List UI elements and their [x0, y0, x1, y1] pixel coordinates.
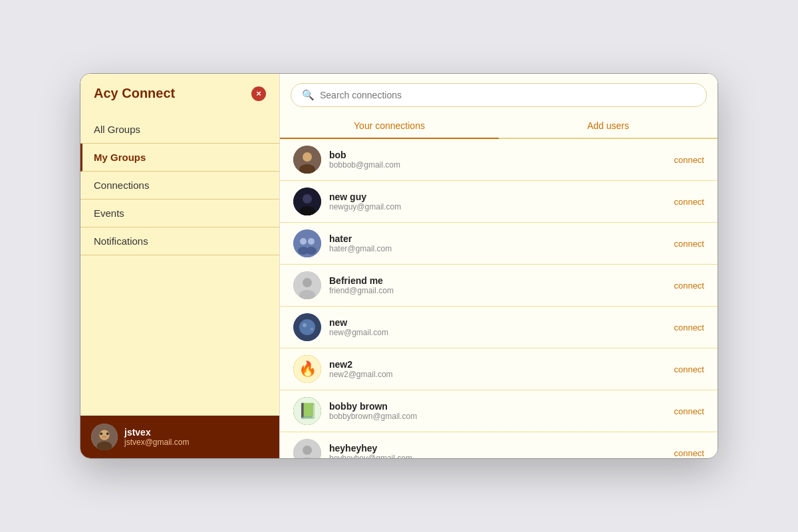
- user-email: jstvex@gmail.com: [124, 438, 190, 447]
- connection-row: Befriend mefriend@gmail.comconnect: [280, 265, 718, 307]
- connection-name: bob: [329, 150, 666, 160]
- main-content: 🔍 Your connections Add users bobbobbob@g…: [280, 74, 718, 458]
- app-title: Acy Connect: [94, 86, 175, 101]
- sidebar-item-all-groups[interactable]: All Groups: [80, 116, 279, 144]
- sidebar-footer: jstvex jstvex@gmail.com: [80, 416, 279, 458]
- connection-email: heyheyhey@gmail.com: [329, 454, 666, 458]
- connect-button[interactable]: connect: [674, 448, 704, 458]
- svg-point-16: [306, 247, 317, 255]
- connection-info: haterhater@gmail.com: [329, 233, 666, 253]
- connection-name: hater: [329, 233, 666, 244]
- connection-info: newnew@gmail.com: [329, 317, 666, 337]
- connection-name: new guy: [329, 192, 666, 202]
- svg-text:📗: 📗: [299, 402, 317, 420]
- svg-point-29: [303, 446, 312, 455]
- sidebar: Acy Connect × All Groups My Groups Conne…: [80, 74, 280, 458]
- connection-email: new@gmail.com: [329, 328, 666, 337]
- connection-avatar: [293, 229, 321, 257]
- close-button[interactable]: ×: [251, 86, 266, 101]
- user-info: jstvex jstvex@gmail.com: [124, 427, 190, 447]
- connection-name: bobby brown: [329, 401, 666, 412]
- svg-point-7: [303, 152, 312, 162]
- sidebar-item-events[interactable]: Events: [80, 200, 279, 227]
- connection-avatar: 🔥: [293, 355, 321, 383]
- connection-row: 📗bobby brownbobbybrown@gmail.comconnect: [280, 390, 718, 432]
- connection-info: new guynewguy@gmail.com: [329, 192, 666, 211]
- connection-row: bobbobbob@gmail.comconnect: [280, 139, 718, 181]
- user-name: jstvex: [124, 427, 190, 438]
- connection-avatar: [293, 439, 321, 458]
- nav-list: All Groups My Groups Connections Events …: [80, 109, 279, 416]
- connection-info: bobby brownbobbybrown@gmail.com: [329, 401, 666, 421]
- connection-row: new guynewguy@gmail.comconnect: [280, 181, 718, 223]
- connection-email: hater@gmail.com: [329, 244, 666, 253]
- svg-point-18: [303, 278, 312, 287]
- connection-info: new2new2@gmail.com: [329, 359, 666, 379]
- svg-point-1: [99, 430, 109, 440]
- connection-row: haterhater@gmail.comconnect: [280, 223, 718, 265]
- connection-email: newguy@gmail.com: [329, 202, 666, 211]
- connections-list: bobbobbob@gmail.comconnectnew guynewguy@…: [280, 139, 718, 458]
- svg-point-22: [303, 323, 307, 327]
- sidebar-item-my-groups[interactable]: My Groups: [80, 144, 279, 172]
- connection-avatar: [293, 271, 321, 299]
- connection-email: bobbybrown@gmail.com: [329, 412, 666, 421]
- connection-avatar: [293, 146, 321, 174]
- tabs-row: Your connections Add users: [280, 114, 718, 139]
- tab-add-users[interactable]: Add users: [499, 114, 718, 138]
- svg-point-13: [300, 238, 307, 245]
- svg-point-10: [303, 194, 312, 203]
- svg-point-3: [100, 432, 102, 435]
- connection-info: Befriend mefriend@gmail.com: [329, 275, 666, 295]
- connect-button[interactable]: connect: [674, 281, 704, 291]
- user-avatar: [91, 424, 118, 450]
- svg-point-5: [102, 436, 107, 438]
- connection-name: heyheyhey: [329, 443, 666, 454]
- svg-point-21: [299, 319, 315, 335]
- connect-button[interactable]: connect: [674, 155, 704, 165]
- svg-text:🔥: 🔥: [299, 360, 317, 378]
- search-bar-wrapper: 🔍: [280, 74, 718, 114]
- svg-point-4: [106, 432, 109, 435]
- svg-point-14: [308, 238, 315, 245]
- app-window: Acy Connect × All Groups My Groups Conne…: [80, 73, 718, 459]
- connection-row: 🔥new2new2@gmail.comconnect: [280, 348, 718, 390]
- sidebar-item-connections[interactable]: Connections: [80, 172, 279, 200]
- connection-info: bobbobbob@gmail.com: [329, 150, 666, 170]
- connection-email: friend@gmail.com: [329, 286, 666, 295]
- connect-button[interactable]: connect: [674, 364, 704, 374]
- connect-button[interactable]: connect: [674, 239, 704, 249]
- svg-point-23: [311, 328, 313, 331]
- connection-avatar: [293, 188, 321, 215]
- sidebar-header: Acy Connect ×: [80, 74, 279, 109]
- connect-button[interactable]: connect: [674, 406, 704, 416]
- connection-row: heyheyheyheyheyhey@gmail.comconnect: [280, 432, 718, 458]
- search-icon: 🔍: [302, 89, 315, 101]
- connection-email: new2@gmail.com: [329, 370, 666, 379]
- connection-row: newnew@gmail.comconnect: [280, 307, 718, 348]
- sidebar-item-notifications[interactable]: Notifications: [80, 227, 279, 255]
- search-input[interactable]: [320, 90, 696, 100]
- connection-name: Befriend me: [329, 275, 666, 286]
- connection-info: heyheyheyheyheyhey@gmail.com: [329, 443, 666, 458]
- connection-avatar: [293, 313, 321, 341]
- connection-name: new: [329, 317, 666, 328]
- connect-button[interactable]: connect: [674, 323, 704, 332]
- connect-button[interactable]: connect: [674, 197, 704, 207]
- search-bar: 🔍: [291, 83, 707, 107]
- tab-your-connections[interactable]: Your connections: [280, 114, 499, 139]
- connection-name: new2: [329, 359, 666, 370]
- connection-email: bobbob@gmail.com: [329, 160, 666, 170]
- connection-avatar: 📗: [293, 397, 321, 425]
